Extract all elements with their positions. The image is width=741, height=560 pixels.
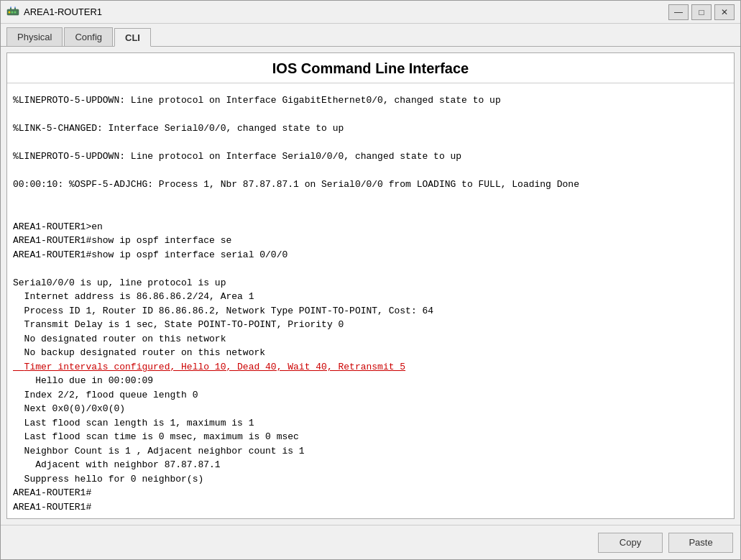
- cli-title: IOS Command Line Interface: [7, 53, 734, 83]
- svg-point-2: [11, 11, 14, 13]
- terminal-area[interactable]: 4 Low-speed serial(sync/async) network i…: [7, 83, 734, 518]
- router-icon: [6, 6, 19, 19]
- title-bar-left: AREA1-ROUTER1: [6, 6, 102, 19]
- tab-physical[interactable]: Physical: [6, 27, 63, 46]
- tab-bar: Physical Config CLI: [1, 24, 740, 47]
- bottom-bar: Copy Paste: [1, 525, 740, 559]
- svg-point-7: [14, 6, 16, 8]
- tab-cli[interactable]: CLI: [114, 28, 151, 47]
- svg-point-1: [9, 11, 11, 13]
- svg-point-3: [14, 11, 17, 13]
- main-window: AREA1-ROUTER1 — □ ✕ Physical Config CLI …: [0, 0, 741, 560]
- maximize-button[interactable]: □: [691, 4, 712, 20]
- title-bar: AREA1-ROUTER1 — □ ✕: [1, 1, 740, 24]
- tab-config[interactable]: Config: [64, 27, 113, 46]
- terminal-text-after: Hello due in 00:00:09 Index 2/2, flood q…: [13, 374, 728, 514]
- paste-button[interactable]: Paste: [668, 533, 733, 553]
- minimize-button[interactable]: —: [668, 4, 689, 20]
- terminal-text-before: 4 Low-speed serial(sync/async) network i…: [13, 83, 728, 360]
- close-button[interactable]: ✕: [714, 4, 735, 20]
- svg-point-6: [10, 6, 11, 8]
- terminal-highlighted-line: Timer intervals configured, Hello 10, De…: [13, 360, 728, 375]
- window-title: AREA1-ROUTER1: [24, 6, 102, 17]
- copy-button[interactable]: Copy: [598, 533, 663, 553]
- main-content: IOS Command Line Interface 4 Low-speed s…: [6, 52, 735, 519]
- title-bar-controls: — □ ✕: [668, 4, 735, 20]
